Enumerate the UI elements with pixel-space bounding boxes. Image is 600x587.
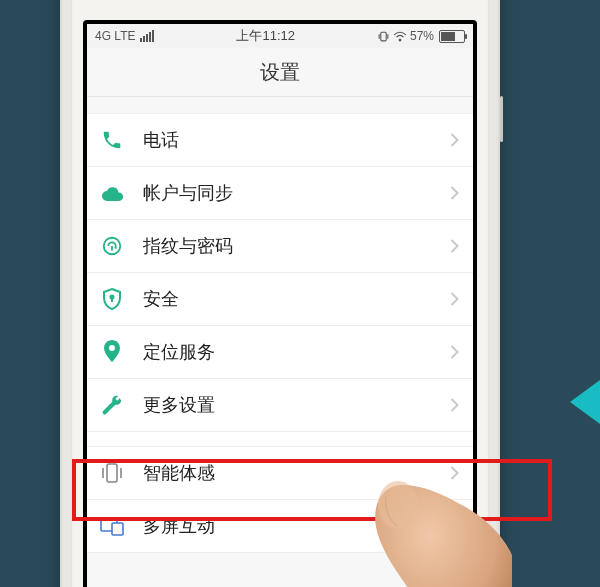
row-label: 定位服务: [143, 340, 450, 364]
row-smart-motion[interactable]: 智能体感: [87, 446, 473, 500]
row-fingerprint-password[interactable]: 指纹与密码: [87, 220, 473, 273]
screens-icon: [99, 513, 125, 539]
cloud-icon: [99, 180, 125, 206]
svg-rect-6: [112, 523, 123, 535]
row-multi-screen[interactable]: 多屏互动: [87, 500, 473, 553]
page-title: 设置: [87, 48, 473, 97]
row-more-settings[interactable]: 更多设置: [87, 379, 473, 432]
row-label: 帐户与同步: [143, 181, 450, 205]
signal-icon: [140, 30, 154, 42]
clock: 上午11:12: [154, 27, 377, 45]
row-label: 智能体感: [143, 461, 450, 485]
vibrate-icon: [377, 30, 390, 43]
wrench-icon: [99, 392, 125, 418]
row-label: 安全: [143, 287, 450, 311]
chevron-right-icon: [450, 133, 459, 147]
row-security[interactable]: 安全: [87, 273, 473, 326]
motion-icon: [99, 460, 125, 486]
row-label: 更多设置: [143, 393, 450, 417]
status-bar: 4G LTE 上午11:12 57%: [87, 24, 473, 48]
chevron-right-icon: [450, 519, 459, 533]
screen-frame: 4G LTE 上午11:12 57% 设置: [83, 20, 477, 587]
screen: 4G LTE 上午11:12 57% 设置: [87, 24, 473, 587]
chevron-right-icon: [450, 186, 459, 200]
row-location-services[interactable]: 定位服务: [87, 326, 473, 379]
fingerprint-icon: [99, 233, 125, 259]
svg-rect-0: [381, 32, 386, 41]
wifi-icon: [393, 30, 407, 42]
phone-chassis: vivo 4G LTE 上午11:12 57%: [60, 0, 500, 587]
phone-icon: [99, 127, 125, 153]
row-label: 指纹与密码: [143, 234, 450, 258]
power-button: [500, 96, 503, 142]
chevron-right-icon: [450, 345, 459, 359]
network-label: 4G LTE: [95, 29, 135, 43]
chevron-right-icon: [450, 398, 459, 412]
battery-icon: [439, 30, 465, 43]
svg-point-1: [399, 39, 401, 41]
chevron-right-icon: [450, 466, 459, 480]
svg-point-3: [111, 296, 114, 299]
battery-pct: 57%: [410, 29, 434, 43]
row-label: 多屏互动: [143, 514, 450, 538]
settings-list: 电话 帐户与同步 指纹与密码: [87, 113, 473, 553]
location-icon: [99, 339, 125, 365]
row-phone[interactable]: 电话: [87, 113, 473, 167]
chevron-right-icon: [450, 292, 459, 306]
shield-icon: [99, 286, 125, 312]
row-accounts-sync[interactable]: 帐户与同步: [87, 167, 473, 220]
chevron-right-icon: [450, 239, 459, 253]
row-label: 电话: [143, 128, 450, 152]
overlay-wedge: [570, 380, 600, 424]
svg-rect-4: [107, 464, 117, 482]
